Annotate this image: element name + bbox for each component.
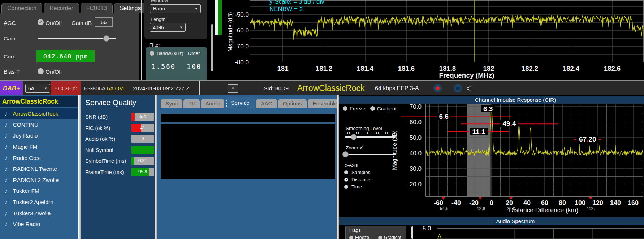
music-note-icon: ♪	[4, 143, 8, 151]
tab-service[interactable]: Service	[225, 97, 255, 108]
svg-text:-50.0: -50.0	[235, 11, 249, 18]
quality-value	[131, 146, 154, 154]
record-button[interactable]	[433, 84, 442, 92]
audio-spectrum-plot	[437, 228, 644, 239]
cir-gradient-radio[interactable]	[370, 106, 375, 111]
quality-label: SNR (dB)	[85, 114, 108, 120]
audio-gradient-radio[interactable]	[378, 236, 382, 239]
svg-text:40: 40	[523, 199, 531, 207]
station-name: Radio Oost	[13, 155, 41, 161]
radio-icon[interactable]	[344, 185, 348, 189]
splitter[interactable]	[337, 95, 339, 239]
audio-freeze-radio[interactable]	[349, 236, 353, 239]
svg-text:70.0: 70.0	[410, 103, 422, 110]
splitter[interactable]	[78, 95, 81, 239]
music-note-icon: ♪	[4, 165, 8, 173]
channel-select[interactable]: 6A ▼	[25, 84, 50, 93]
station-item[interactable]: ♪Radio Oost	[0, 152, 78, 164]
audio-scrollbar[interactable]	[411, 226, 413, 239]
svg-text:40.0: 40.0	[410, 150, 422, 157]
smoothing-slider-thumb[interactable]	[351, 134, 357, 140]
settings-tabbar: ConnectionRecorderFC0013Settings	[1, 3, 147, 13]
tab-sync[interactable]: Sync	[161, 99, 182, 108]
window-select[interactable]: Hann ▼	[150, 4, 201, 13]
station-item[interactable]: ♪CONTINU	[0, 120, 78, 131]
svg-text:30.0: 30.0	[410, 165, 422, 172]
svg-text:-20: -20	[469, 199, 479, 207]
quality-row: SNR (dB)5.4	[85, 113, 154, 121]
stop-icon	[456, 87, 460, 90]
agc-toggle-checkbox[interactable]: ✓	[38, 19, 44, 25]
cir-title-strip: Channel Impulse Response (CIR)	[339, 96, 644, 104]
svg-text:112,: 112,	[587, 206, 595, 211]
station-item[interactable]: ♪Vibe Radio	[0, 219, 78, 230]
svg-text:-54,5: -54,5	[438, 206, 449, 211]
music-note-icon: ♪	[4, 110, 8, 118]
svg-text:60.0: 60.0	[410, 119, 422, 126]
svg-text:11.1: 11.1	[472, 128, 485, 135]
panel-divider[interactable]	[141, 0, 142, 80]
zoom-x-slider-thumb[interactable]	[342, 151, 349, 157]
station-item[interactable]: ♪ArrowClassicRock	[0, 108, 78, 120]
svg-text:100: 100	[575, 199, 585, 207]
center-tabbar: SyncTIIAudioServiceAACOptionsEnsemble	[161, 97, 342, 108]
station-item[interactable]: ♪Joy Radio	[0, 130, 78, 142]
length-label: Length	[151, 17, 165, 22]
service-quality-panel: Service Quality SNR (dB)5.4FIC (ok %)41A…	[81, 95, 155, 239]
station-item[interactable]: ♪Tukker FM	[0, 186, 78, 197]
svg-text:60: 60	[541, 199, 548, 207]
settings-panel: AGC ✓ On/Off Gain dB Gain Corr. 042.640 …	[0, 13, 139, 80]
cir-freeze-radio[interactable]	[343, 106, 347, 111]
svg-text:Magnitude (dB): Magnitude (dB)	[392, 130, 398, 170]
station-item[interactable]: ♪RADIONL2 Zwolle	[0, 175, 78, 186]
flags-box: Flags Freeze Gradient	[345, 226, 406, 239]
speaker-icon[interactable]	[466, 85, 474, 92]
service-dropdown-button[interactable]: ▼	[228, 84, 238, 93]
zoom-x-slider-track[interactable]	[345, 154, 396, 155]
tab-recorder[interactable]: Recorder	[44, 3, 79, 13]
svg-text:0: 0	[490, 199, 493, 207]
x-axis-option-time[interactable]: Time	[344, 184, 362, 189]
record-icon	[436, 86, 440, 90]
length-select-value: 4096	[153, 25, 164, 30]
music-note-icon: ♪	[4, 154, 8, 162]
rf-spectrum-plot[interactable]: -50.0-60.0-70.0-80.0181181.2181.4181.618…	[222, 0, 644, 80]
radio-icon[interactable]	[344, 170, 348, 174]
gain-slider-thumb[interactable]	[103, 35, 109, 42]
svg-text:-70.0: -70.0	[235, 43, 249, 50]
tab-settings[interactable]: Settings	[114, 3, 147, 13]
x-axis-option-samples[interactable]: Samples	[344, 170, 371, 175]
station-item[interactable]: ♪Tukker3 Zwolle	[0, 208, 78, 219]
tab-connection[interactable]: Connection	[1, 3, 42, 13]
x-axis-option-label: Samples	[351, 170, 371, 175]
music-note-icon: ♪	[4, 187, 8, 195]
tab-aac[interactable]: AAC	[256, 99, 277, 108]
quality-bar	[131, 146, 154, 154]
station-name: RADIONL2 Zwolle	[13, 177, 59, 183]
quality-value: 41	[131, 124, 154, 132]
radio-icon[interactable]	[344, 178, 348, 182]
station-item[interactable]: ♪RADIONL Twente	[0, 164, 78, 175]
svg-text:20: 20	[506, 199, 513, 207]
svg-text:181.8: 181.8	[439, 65, 456, 72]
station-name: Tukker2 Apeldrn	[13, 199, 53, 205]
length-select[interactable]: 4096 ▼	[150, 23, 186, 32]
svg-text:Frequency (MHz): Frequency (MHz)	[439, 71, 494, 79]
tab-fc0013[interactable]: FC0013	[81, 3, 113, 13]
channel-select-value: 6A	[28, 86, 34, 91]
x-axis-option-distance[interactable]: Distance	[344, 177, 371, 182]
tab-tii[interactable]: TII	[183, 99, 199, 108]
audio-spectrum-title: Audio Spectrum	[387, 217, 644, 225]
bias-t-radio[interactable]	[38, 68, 44, 74]
station-item[interactable]: ♪Magic FM	[0, 142, 78, 153]
splitter[interactable]	[155, 95, 157, 239]
bandwidth-radio[interactable]	[150, 51, 154, 56]
quality-label: FrameTime (ms)	[85, 169, 124, 175]
station-item[interactable]: ♪Tukker2 Apeldrn	[0, 197, 78, 208]
agc-gain-input[interactable]	[95, 17, 113, 27]
tab-options[interactable]: Options	[278, 99, 307, 108]
stop-button[interactable]	[454, 84, 462, 92]
vertical-scrollbar[interactable]	[211, 24, 213, 71]
gain-label: Gain	[4, 35, 16, 42]
tab-audio[interactable]: Audio	[201, 99, 225, 108]
